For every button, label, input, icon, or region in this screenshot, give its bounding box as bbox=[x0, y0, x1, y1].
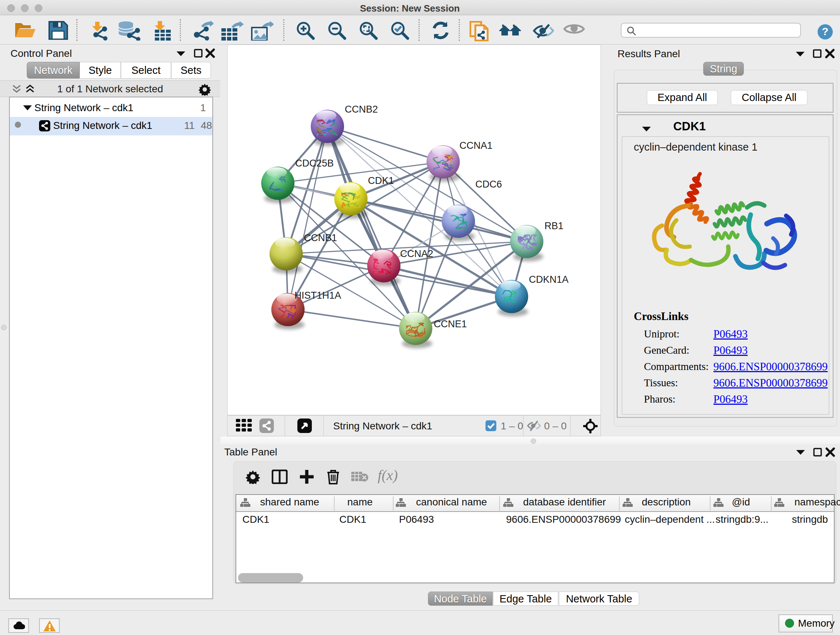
svg-text:CDKN1A: CDKN1A bbox=[529, 274, 569, 285]
svg-text:CCNA1: CCNA1 bbox=[459, 140, 493, 151]
svg-text:HIST1H1A: HIST1H1A bbox=[294, 290, 341, 301]
svg-text:CCNB2: CCNB2 bbox=[345, 104, 378, 115]
svg-text:CDK1: CDK1 bbox=[368, 175, 394, 186]
svg-text:CCNE1: CCNE1 bbox=[434, 318, 467, 329]
svg-text:CDC6: CDC6 bbox=[475, 179, 502, 190]
svg-text:CCNB1: CCNB1 bbox=[304, 233, 337, 243]
svg-text:RB1: RB1 bbox=[545, 220, 564, 231]
svg-text:?: ? bbox=[822, 25, 829, 37]
svg-text:CDC25B: CDC25B bbox=[295, 158, 334, 169]
svg-text:CCNA2: CCNA2 bbox=[400, 249, 433, 259]
